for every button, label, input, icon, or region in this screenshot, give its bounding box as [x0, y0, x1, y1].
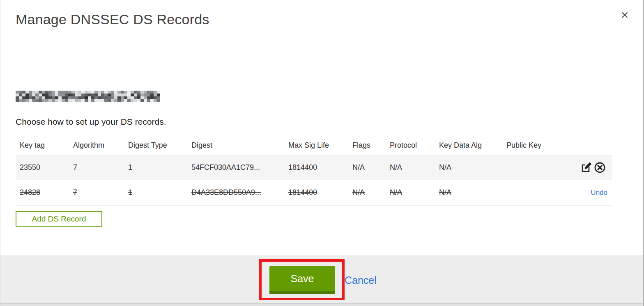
cell-protocol: N/A	[386, 163, 435, 172]
cancel-link[interactable]: Cancel	[345, 274, 377, 286]
cell-key-tag: 24828	[16, 188, 69, 197]
table-row: 24828 7 1 D4A33E8DD550A9... 1814400 N/A …	[16, 180, 612, 206]
undo-link[interactable]: Undo	[591, 189, 607, 197]
col-header-key-data-alg: Key Data Alg	[435, 141, 502, 150]
col-header-key-tag: Key tag	[16, 141, 69, 150]
ds-records-table: Key tag Algorithm Digest Type Digest Max…	[16, 135, 612, 206]
col-header-digest: Digest	[187, 141, 284, 150]
instruction-text: Choose how to set up your DS records.	[16, 117, 166, 127]
cell-digest-type: 1	[124, 163, 187, 172]
edit-record-icon[interactable]	[580, 162, 592, 174]
save-button[interactable]: Save	[269, 266, 335, 294]
col-header-public-key: Public Key	[502, 141, 560, 150]
cell-digest: 54FCF030AA1C79...	[187, 163, 284, 172]
table-row: 23550 7 1 54FCF030AA1C79... 1814400 N/A …	[16, 155, 612, 180]
table-header-row: Key tag Algorithm Digest Type Digest Max…	[16, 135, 612, 155]
add-ds-record-button[interactable]: Add DS Record	[16, 211, 102, 227]
cell-key-data-alg: N/A	[435, 163, 502, 172]
col-header-digest-type: Digest Type	[124, 141, 187, 150]
delete-record-icon[interactable]	[594, 162, 606, 174]
cell-max-sig-life: 1814400	[284, 163, 348, 172]
redacted-domain-text	[16, 91, 160, 102]
cell-flags: N/A	[348, 188, 386, 197]
col-header-protocol: Protocol	[386, 141, 435, 150]
window-bottom-edge	[0, 303, 644, 306]
cell-key-data-alg: N/A	[435, 188, 502, 197]
cell-digest: D4A33E8DD550A9...	[187, 188, 284, 197]
cell-flags: N/A	[348, 163, 386, 172]
cell-max-sig-life: 1814400	[284, 188, 348, 197]
col-header-flags: Flags	[348, 141, 386, 150]
cell-digest-type: 1	[124, 188, 187, 197]
cell-algorithm: 7	[69, 188, 124, 197]
row-actions	[560, 162, 612, 174]
close-icon[interactable]: ×	[616, 6, 633, 24]
cell-key-tag: 23550	[16, 163, 69, 172]
col-header-algorithm: Algorithm	[69, 141, 124, 150]
modal-title: Manage DNSSEC DS Records	[16, 11, 209, 27]
cell-algorithm: 7	[69, 163, 124, 172]
cell-protocol: N/A	[386, 188, 435, 197]
col-header-max-sig-life: Max Sig Life	[284, 141, 348, 150]
manage-dnssec-modal: Manage DNSSEC DS Records × Choose how to…	[0, 0, 644, 306]
